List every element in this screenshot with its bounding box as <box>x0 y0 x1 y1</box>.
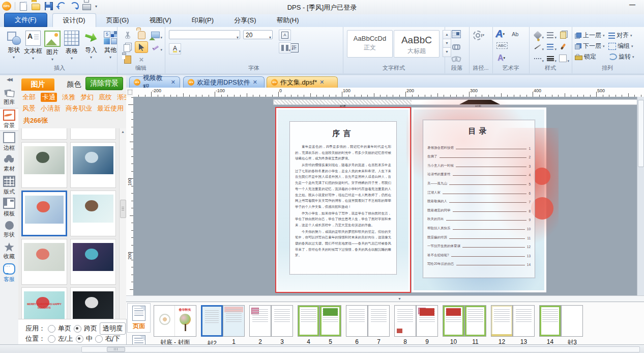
paste-button[interactable] <box>121 53 134 65</box>
position-radio-右/下[interactable] <box>95 335 103 343</box>
line-style-button[interactable]: ▾ <box>531 52 544 64</box>
apply-radio-单页[interactable] <box>48 325 55 333</box>
category-风景[interactable]: 风景 <box>22 104 36 113</box>
page-thumbnail-6[interactable]: 6 <box>346 305 368 337</box>
close-tab-icon[interactable]: ✕ <box>319 79 324 86</box>
distribute-button[interactable]: ▾ <box>544 41 557 52</box>
path-tools-button[interactable]: ▾ <box>473 30 484 40</box>
tool-母版[interactable]: 母版 <box>127 333 151 345</box>
bg-lamppost-snow[interactable] <box>70 191 116 236</box>
insert-textbox-button[interactable]: 文本框▾ <box>24 28 42 62</box>
link-textboxes-button[interactable] <box>451 41 462 51</box>
page-thumbnail-12[interactable]: 12 <box>491 305 513 337</box>
arrange-下一层-button[interactable]: 下一层▾ <box>575 41 608 51</box>
page-thumbnail-7[interactable]: 7 <box>368 305 390 337</box>
opacity-button[interactable]: 透明度 <box>100 322 126 335</box>
category-梦幻[interactable]: 梦幻 <box>80 93 94 102</box>
bg-blank-1[interactable] <box>21 128 67 140</box>
highlight-color-button[interactable]: A▾ <box>169 43 181 55</box>
bg-christmas-night[interactable] <box>70 239 116 285</box>
scrollbar-thumb[interactable] <box>120 200 126 218</box>
page-right-toc[interactable]: 目录 暑假游合肥科技馆1生病了2当小主人的一时候3论读书的重要性4美——孤九山5… <box>411 107 547 293</box>
insert-picture-button[interactable]: 图片▾ <box>43 28 62 62</box>
shape-fill-button[interactable]: ▾ <box>557 52 569 64</box>
menu-tab-视图(V)[interactable]: 视图(V) <box>139 14 181 27</box>
document-tab-视频教程[interactable]: DPS视频教程✕ <box>129 76 180 88</box>
font-size-combobox[interactable]: 20▾ <box>243 30 273 39</box>
page-thumbnail-封底 - 封面[interactable]: 春华秋实封底 - 封面 <box>154 305 196 337</box>
category-商务职业[interactable]: 商务职业 <box>66 104 92 113</box>
text-style-正文[interactable]: AaBbCcDd正文 <box>347 30 393 58</box>
page-thumbnail-14[interactable]: 14 <box>539 305 561 337</box>
sidebar-item-template[interactable]: 模板 <box>0 197 18 219</box>
sidebar-item-favorite[interactable]: 收藏 <box>0 240 18 262</box>
tool-页面[interactable]: 页面 <box>127 303 151 333</box>
font-name-combobox[interactable]: ▾ <box>169 30 240 39</box>
insert-table-button[interactable]: 表格▾ <box>63 28 81 62</box>
spacing-style-button[interactable]: ▾ <box>544 29 557 41</box>
collapse-panel-button[interactable]: ◀◀ <box>0 75 18 86</box>
sidebar-item-layout[interactable]: 版式 <box>0 175 18 197</box>
close-tab-icon[interactable]: ✕ <box>253 79 257 86</box>
page-thumbnail-11[interactable]: 11 <box>464 305 486 337</box>
page-thumbnail-8[interactable]: 8 <box>394 305 416 337</box>
wordart-effect-button[interactable]: A ▾ <box>497 53 505 63</box>
preface-textbox[interactable]: 序言 童年是蓝色的，四季是多情的，我记忆中的童年时代是七彩的，充满欢乐的，在这段… <box>289 121 397 275</box>
thumbnail-scrollbar-track[interactable] <box>81 346 640 352</box>
position-radio-中[interactable] <box>76 335 83 343</box>
arrange-上一层-button[interactable]: 上一层▾ <box>575 30 608 41</box>
columns-button[interactable]: ▾ <box>279 42 291 53</box>
thumbnail-scrollbar-grip[interactable] <box>107 347 125 352</box>
sidebar-item-material[interactable]: 素材 <box>0 153 18 175</box>
scrollbar-thumb[interactable] <box>638 100 644 167</box>
unlink-textboxes-button[interactable] <box>451 53 462 64</box>
text-style-大标题[interactable]: AaBbC大标题 <box>394 30 440 58</box>
clear-background-button[interactable]: 清除背景 <box>85 77 123 90</box>
canvas-vertical-scrollbar[interactable] <box>637 97 644 295</box>
menu-tab-分享(S)[interactable]: 分享(S) <box>224 14 266 27</box>
page-thumbnail-3[interactable]: 3 <box>271 305 293 337</box>
sidebar-item-gallery[interactable]: 图库 <box>0 86 18 108</box>
menu-tab-页面(G)[interactable]: 页面(G) <box>96 14 139 27</box>
delete-button[interactable]: × <box>135 53 148 65</box>
arrange-对齐-button[interactable]: 对齐▾ <box>608 30 642 41</box>
arrange-锁定-button[interactable]: 锁定 <box>575 51 608 62</box>
position-radio-左/上[interactable] <box>48 335 55 343</box>
image-adjust-button[interactable]: ▾ <box>149 29 162 41</box>
panel-scrollbar[interactable]: ▲ <box>119 128 126 319</box>
bg-blank-2[interactable] <box>70 128 116 140</box>
sidebar-item-support[interactable]: 客服 <box>0 262 18 284</box>
page-thumbnail-封2[interactable]: 封2 <box>201 305 223 337</box>
design-canvas[interactable]: 封底 封面 序言 童年是蓝色的，四季是多情的，我记忆中的童年时代是七彩的，充满欢… <box>133 97 637 295</box>
pen-button[interactable]: ▾ <box>149 41 162 53</box>
wordart-insert-button[interactable]: A ▾ <box>495 28 505 40</box>
category-卡通[interactable]: 卡通 <box>41 93 57 102</box>
category-最近使用[interactable]: 最近使用 <box>97 104 124 113</box>
minimize-button[interactable]: — <box>627 1 638 9</box>
copy-button[interactable] <box>121 41 134 53</box>
page-thumbnail-13[interactable]: 13 <box>513 305 535 337</box>
page-thumbnail-1[interactable]: 1 <box>223 305 245 337</box>
insert-shapes-button[interactable]: 形状▾ <box>5 28 23 62</box>
select-button[interactable] <box>135 41 148 53</box>
bg-girl-on-sled[interactable] <box>21 191 67 236</box>
arrange-编组-button[interactable]: 编组▾ <box>608 41 642 51</box>
vertical-text-button[interactable]: A <box>279 30 291 41</box>
page-thumbnail-9[interactable]: 9 <box>416 305 438 337</box>
bg-winter-night-trees[interactable] <box>70 142 116 188</box>
page-thumbnail-2[interactable]: 2 <box>249 305 271 337</box>
category-淡雅[interactable]: 淡雅 <box>62 93 75 102</box>
sidebar-item-shape[interactable]: 形状 <box>0 219 18 240</box>
close-tab-icon[interactable]: ✕ <box>171 79 175 86</box>
insert-import-button[interactable]: 导入▾ <box>82 28 100 62</box>
arrange-旋转-button[interactable]: 旋转▾ <box>608 51 642 62</box>
menu-tab-帮助(H)[interactable]: 帮助(H) <box>266 14 309 27</box>
wordart-edit-button[interactable]: Ab <box>512 31 518 37</box>
scroll-up-icon[interactable]: ▲ <box>120 128 126 135</box>
sidebar-item-background[interactable]: 背景 <box>0 108 18 131</box>
document-tab-欢迎使用DPS软件[interactable]: DPS欢迎使用DPS软件✕ <box>183 76 265 88</box>
bg-snow-forest[interactable] <box>21 142 67 188</box>
page-thumbnail-5[interactable]: 5 <box>319 305 341 337</box>
apply-radio-跨页[interactable] <box>74 325 81 333</box>
page-thumbnail-10[interactable]: 10 <box>443 305 464 337</box>
